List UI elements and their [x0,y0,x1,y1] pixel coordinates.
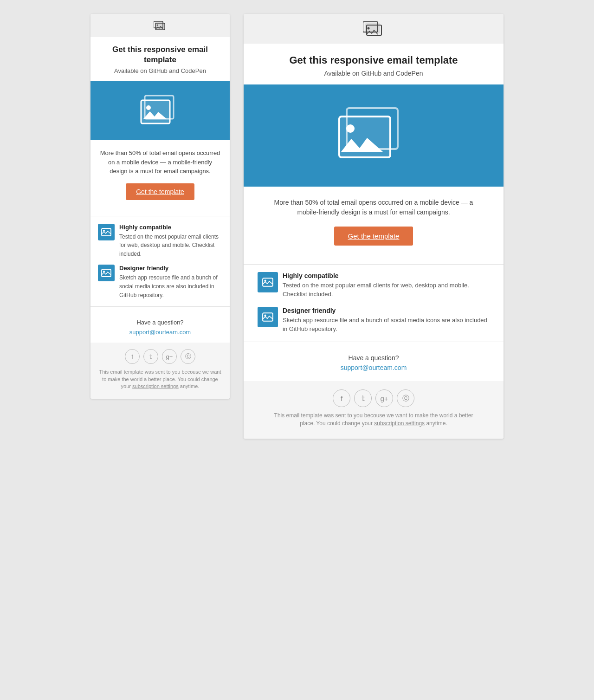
desktop-feature-2: Designer friendly Sketch app resource fi… [258,307,490,333]
mobile-feature-icon-1 [98,224,115,240]
desktop-hero-banner [244,84,504,187]
desktop-feature-title-2: Designer friendly [283,307,490,314]
facebook-icon[interactable]: f [125,349,140,364]
mobile-hero-banner [90,81,230,140]
mobile-feature-2: Designer friendly Sketch app resource fi… [98,265,222,299]
desktop-feature-title-1: Highly compatible [283,272,490,279]
desktop-footer-end: anytime. [425,420,447,427]
mobile-feature-title-2: Designer friendly [119,265,222,272]
desktop-footer-contact: Have a question? support@ourteam.com [244,350,504,381]
desktop-subtitle: Available on GitHub and CodePen [262,70,485,77]
instagram-icon[interactable]: ⓒ [181,349,195,364]
desktop-feature-icon-2 [258,307,278,327]
desktop-footer-note: This email template was sent to you beco… [244,412,504,434]
mobile-subtitle: Available on GitHub and CodePen [100,67,220,74]
mobile-divider-1 [90,216,230,216]
desktop-feature-icon-1 [258,272,278,292]
desktop-feature-text-2: Designer friendly Sketch app resource fi… [283,307,490,333]
svg-point-3 [157,25,158,26]
mobile-feature-body-1: Tested on the most popular email clients… [119,233,219,258]
googleplus-icon[interactable]: g+ [162,349,177,364]
desktop-email-link[interactable]: support@ourteam.com [341,364,407,371]
mobile-divider-2 [90,306,230,307]
desktop-feature-body-2: Sketch app resource file and a bunch of … [283,317,487,332]
mobile-feature-icon-2 [98,265,115,281]
image-stack-icon-large [363,20,384,37]
mobile-body: More than 50% of total email opens occur… [90,140,230,208]
mobile-cta-button[interactable]: Get the template [126,183,194,200]
mobile-feature-body-2: Sketch app resource file and a bunch of … [119,274,217,298]
desktop-description: More than 50% of total email opens occur… [267,198,480,217]
desktop-divider-2 [244,342,504,342]
desktop-features-list: Highly compatible Tested on the most pop… [244,272,504,334]
desktop-email-card: Get this responsive email template Avail… [244,14,504,439]
desktop-twitter-icon[interactable]: 𝕥 [354,389,372,407]
mobile-email-card: Get this responsive email template Avail… [90,14,230,399]
svg-rect-5 [141,100,170,123]
desktop-cta-button[interactable]: Get the template [334,227,413,246]
mobile-features-list: Highly compatible Tested on the most pop… [90,224,230,299]
svg-point-18 [346,124,355,133]
image-icon-desktop-feature-1 [262,278,273,287]
mobile-top-icon-area [90,14,230,37]
desktop-social-bar: f 𝕥 g+ ⓒ This email template was sent to… [244,381,504,439]
mobile-feature-text-1: Highly compatible Tested on the most pop… [119,224,222,258]
mobile-subscription-link[interactable]: subscription settings [132,383,179,389]
desktop-title: Get this responsive email template [262,54,485,67]
image-icon-feature-2 [101,269,111,277]
mobile-card-header: Get this responsive email template Avail… [90,37,230,81]
desktop-subscription-link[interactable]: subscription settings [374,420,425,427]
mobile-feature-title-1: Highly compatible [119,224,222,231]
desktop-divider-1 [244,264,504,265]
mobile-footer-note: This email template was sent to you beco… [90,369,230,395]
mobile-question: Have a question? [98,319,222,326]
image-icon-feature-1 [101,228,111,236]
image-stack-icon-small [154,20,167,31]
mobile-email-link[interactable]: support@ourteam.com [129,329,191,336]
desktop-feature-1: Highly compatible Tested on the most pop… [258,272,490,298]
desktop-instagram-icon[interactable]: ⓒ [397,389,414,407]
desktop-top-icon-area [244,14,504,44]
mobile-social-icons: f 𝕥 g+ ⓒ [90,349,230,364]
mobile-hero-icon [139,94,181,127]
mobile-footer-end: anytime. [179,383,200,389]
svg-point-15 [368,27,370,30]
desktop-feature-body-1: Tested on the most popular email clients… [283,282,469,298]
mobile-social-bar: f 𝕥 g+ ⓒ This email template was sent to… [90,343,230,398]
desktop-question: Have a question? [258,354,490,362]
desktop-social-icons: f 𝕥 g+ ⓒ [244,389,504,407]
desktop-feature-text-1: Highly compatible Tested on the most pop… [283,272,490,298]
mobile-feature-text-2: Designer friendly Sketch app resource fi… [119,265,222,299]
desktop-body: More than 50% of total email opens occur… [244,187,504,257]
mobile-description: More than 50% of total email opens occur… [100,149,220,176]
twitter-icon[interactable]: 𝕥 [143,349,158,364]
mobile-feature-1: Highly compatible Tested on the most pop… [98,224,222,258]
desktop-googleplus-icon[interactable]: g+ [375,389,393,407]
mobile-footer-contact: Have a question? support@ourteam.com [90,314,230,343]
mobile-title: Get this responsive email template [100,45,220,65]
image-icon-desktop-feature-2 [262,312,273,322]
desktop-facebook-icon[interactable]: f [333,389,350,407]
desktop-card-header: Get this responsive email template Avail… [244,44,504,84]
desktop-hero-icon [336,105,411,166]
svg-point-7 [146,105,151,110]
